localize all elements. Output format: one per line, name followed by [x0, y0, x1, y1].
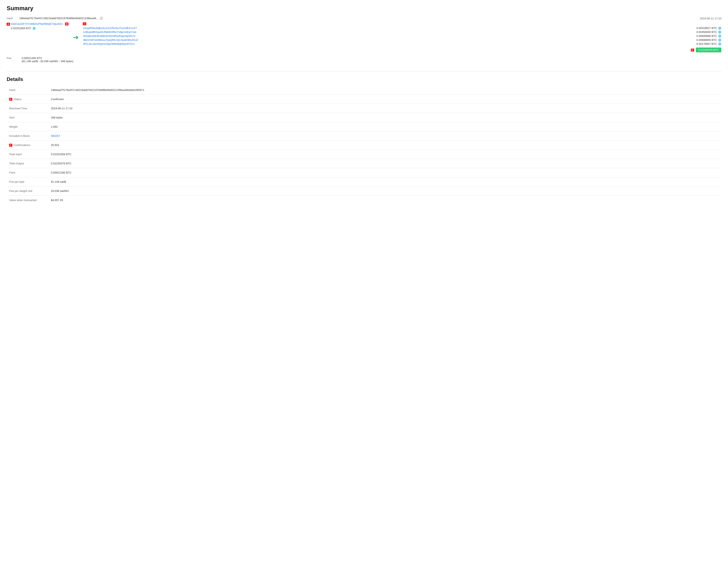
details-label-text: Total Input: [9, 153, 22, 156]
details-row-label: Weight: [7, 122, 48, 131]
marker-c: C: [83, 22, 86, 25]
details-row-label: Total Output: [7, 159, 48, 168]
output-amount-right-2: 0.00695886 BTC 🌐: [696, 34, 721, 38]
details-label-text: Included in Block: [9, 134, 30, 138]
details-row-value: 0.00021280 BTC: [48, 168, 721, 177]
output-amount-right-1: 0.00350000 BTC 🌐: [696, 30, 721, 34]
details-row-label: Fees: [7, 168, 48, 177]
marker-d: D: [691, 49, 694, 52]
globe-icon-3[interactable]: 🌐: [718, 39, 721, 42]
marker-f: F: [9, 144, 12, 147]
details-row-value: 25,501: [48, 141, 721, 150]
fee-detail-text: (61.149 sat/B - 20.038 sat/WU - 348 byte…: [22, 60, 73, 63]
output-amount-0: 0.00318827 BTC: [696, 27, 717, 30]
output-amount-right-3: 0.00688806 BTC 🌐: [696, 38, 721, 42]
output-address-0[interactable]: 1AupRNbu8qEeXx12LVRxXeJ7um3BJLrnZ7: [83, 27, 137, 30]
output-row-1: 1ABxjoM6XywDLRkbDHfNvYn6jcUxEiyYmd 0.003…: [83, 30, 721, 34]
output-amount-1: 0.00350000 BTC: [696, 30, 717, 34]
output-address-4[interactable]: 3FGJec1bmNQih1AbpHtNfz6bjNKjm87Gr1: [83, 42, 135, 45]
details-label-text: Fees: [9, 171, 15, 174]
marker-b: B: [65, 23, 68, 25]
details-row-label: Fee per weight unit: [7, 187, 48, 196]
tx-flow-row: A 33drUaJDF7H7xMb3UPhjzNWqK7rkju4tZn B 0…: [7, 22, 721, 52]
input-amount-value: 0.52251656 BTC: [11, 27, 31, 30]
output-amount-right-0: 0.00318827 BTC 🌐: [696, 27, 721, 30]
details-row-label: EStatus: [7, 95, 48, 104]
copy-icon[interactable]: 📋: [100, 17, 103, 20]
timestamp-value: 2019-06-11 17:10: [700, 17, 721, 20]
details-section: Details Hash196eba07f176e457c48216ab87b5…: [7, 76, 721, 205]
summary-hash-short: 196eba07f176e457c48216ab87b52197848f8b4f…: [19, 17, 98, 20]
details-label-text: Status: [14, 98, 21, 101]
details-table: Hash196eba07f176e457c48216ab87b52197848f…: [7, 86, 721, 205]
details-row: Total Output0.52230376 BTC: [7, 159, 721, 168]
marker-e: E: [9, 98, 12, 101]
output-amount-4: 0.50176857 BTC: [696, 42, 717, 45]
details-row-value: 1,062: [48, 122, 721, 131]
details-row-label: Received Time: [7, 104, 48, 113]
output-row-2: 3Gta6s2b63Ke68Z4m61NfGwfoqcHqGfo7V 0.006…: [83, 34, 721, 38]
summary-title: Summary: [7, 5, 721, 12]
details-label-text: Weight: [9, 125, 18, 128]
details-row-value: 196eba07f176e457c48216ab87b52197848f8b4f…: [48, 86, 721, 95]
output-address-3[interactable]: 3BAXA6YotAWouuTyaQMrJ1jC4uaKWnZnUZ: [83, 38, 138, 42]
output-address-2[interactable]: 3Gta6s2b63Ke68Z4m61NfGwfoqcHqGfo7V: [83, 34, 135, 38]
details-row: Size348 bytes: [7, 113, 721, 122]
details-row-label: Value when transacted: [7, 196, 48, 205]
summary-timestamp: 2019-06-11 17:10: [692, 17, 721, 20]
output-row-3: 3BAXA6YotAWouuTyaQMrJ1jC4uaKWnZnUZ 0.006…: [83, 38, 721, 42]
output-address-1[interactable]: 1ABxjoM6XywDLRkbDHfNvYn6jcUxEiyYmd: [83, 30, 136, 34]
details-row: FConfirmations25,501: [7, 141, 721, 150]
input-address-link[interactable]: 33drUaJDF7H7xMb3UPhjzNWqK7rkju4tZn: [11, 22, 63, 25]
tx-outputs-section: C 1AupRNbu8qEeXx12LVRxXeJ7um3BJLrnZ7 0.0…: [83, 22, 721, 52]
fee-row: Fee 0.00021280 BTC (61.149 sat/B - 20.03…: [7, 57, 721, 63]
details-label-text: Fee per weight unit: [9, 190, 32, 193]
details-title: Details: [7, 76, 721, 82]
hash-label: Hash: [7, 17, 19, 20]
arrow-right-icon: ➔: [73, 33, 79, 41]
globe-icon-0[interactable]: 🌐: [718, 27, 721, 30]
details-label-text: Size: [9, 116, 14, 119]
details-row: Fee per byte61.149 sat/B: [7, 177, 721, 187]
details-row-value: 61.149 sat/B: [48, 177, 721, 187]
details-row-value: 2019-06-11 17:10: [48, 104, 721, 113]
globe-icon-1[interactable]: 🌐: [718, 31, 721, 34]
globe-icon-4[interactable]: 🌐: [718, 43, 721, 45]
output-row-4: 3FGJec1bmNQih1AbpHtNfz6bjNKjm87Gr1 0.501…: [83, 42, 721, 45]
details-label-text: Fee per byte: [9, 180, 24, 183]
details-row-value: 580267: [48, 131, 721, 141]
summary-section: Summary Hash 196eba07f176e457c48216ab87b…: [7, 5, 721, 63]
block-link[interactable]: 580267: [51, 134, 60, 138]
details-row: Included in Block580267: [7, 131, 721, 141]
details-row: Received Time2019-06-11 17:10: [7, 104, 721, 113]
output-amount-right-4: 0.50176857 BTC 🌐: [696, 42, 721, 45]
output-row-0: 1AupRNbu8qEeXx12LVRxXeJ7um3BJLrnZ7 0.003…: [83, 27, 721, 30]
details-row-value: 0.52230376 BTC: [48, 159, 721, 168]
details-row: Total Input0.52251656 BTC: [7, 150, 721, 159]
details-row-label: Fee per byte: [7, 177, 48, 187]
details-row: EStatusConfirmed: [7, 95, 721, 104]
total-output-badge: 0.52230376 BTC: [696, 48, 721, 52]
details-label-text: Total Output: [9, 162, 24, 165]
summary-hash-left: Hash 196eba07f176e457c48216ab87b52197848…: [7, 17, 692, 21]
details-row: Fee per weight unit20.038 sat/WU: [7, 187, 721, 196]
globe-icon-2[interactable]: 🌐: [718, 35, 721, 38]
fee-value: 0.00021280 BTC: [22, 57, 73, 60]
marker-a: A: [7, 23, 10, 26]
globe-icon-input[interactable]: 🌐: [33, 27, 36, 30]
total-output-row: D 0.52230376 BTC: [83, 48, 721, 52]
details-label-text: Value when transacted: [9, 199, 37, 202]
details-row-value: Confirmed: [48, 95, 721, 104]
details-label-text: Hash: [9, 88, 15, 92]
fee-label: Fee: [7, 57, 19, 60]
details-row: Weight1,062: [7, 122, 721, 131]
details-row: Fees0.00021280 BTC: [7, 168, 721, 177]
details-row: Value when transacted$4,057.29: [7, 196, 721, 205]
details-row-value: $4,057.29: [48, 196, 721, 205]
details-row-label: Total Input: [7, 150, 48, 159]
details-label-text: Confirmations: [14, 144, 30, 147]
details-row-value: 0.52251656 BTC: [48, 150, 721, 159]
details-row-label: Hash: [7, 86, 48, 95]
details-row-label: FConfirmations: [7, 141, 48, 150]
details-row-label: Size: [7, 113, 48, 122]
